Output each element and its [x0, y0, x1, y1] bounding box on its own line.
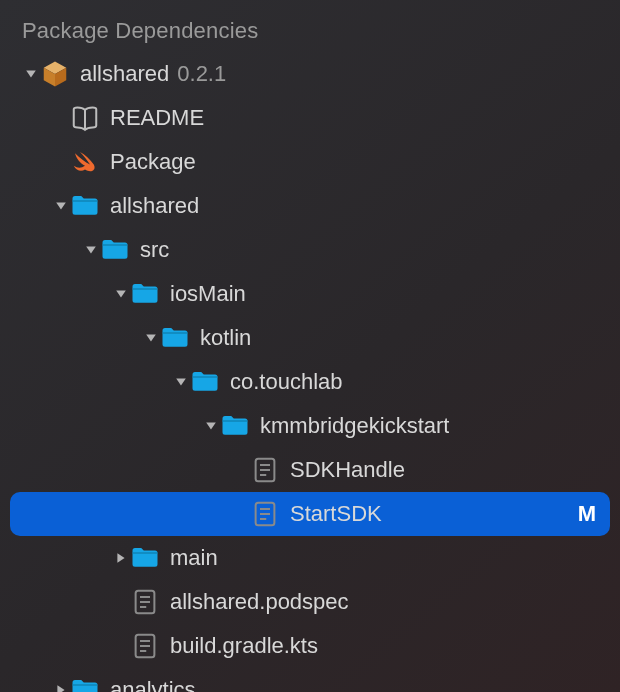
file-icon: [130, 587, 160, 617]
tree-row[interactable]: kotlin: [10, 316, 610, 360]
package-icon: [40, 59, 70, 89]
chevron-down-icon[interactable]: [112, 288, 130, 300]
folder-icon: [70, 675, 100, 692]
tree-row[interactable]: main: [10, 536, 610, 580]
folder-icon: [160, 323, 190, 353]
tree-row-label: analytics: [110, 677, 196, 692]
vcs-status-badge: M: [578, 501, 596, 527]
section-title-label: Package Dependencies: [22, 18, 258, 43]
tree-row[interactable]: allshared.podspec: [10, 580, 610, 624]
swift-icon: [70, 147, 100, 177]
tree-row-label: iosMain: [170, 281, 246, 307]
tree-row-label: SDKHandle: [290, 457, 405, 483]
tree-row[interactable]: analytics: [10, 668, 610, 692]
file-tree: allshared0.2.1 README Package allshared …: [0, 52, 620, 692]
chevron-down-icon[interactable]: [202, 420, 220, 432]
chevron-right-icon[interactable]: [112, 552, 130, 564]
tree-row[interactable]: co.touchlab: [10, 360, 610, 404]
folder-icon: [130, 543, 160, 573]
tree-row-label: kmmbridgekickstart: [260, 413, 449, 439]
folder-icon: [190, 367, 220, 397]
tree-row[interactable]: allshared0.2.1: [10, 52, 610, 96]
chevron-down-icon[interactable]: [52, 200, 70, 212]
folder-icon: [130, 279, 160, 309]
tree-row-label: build.gradle.kts: [170, 633, 318, 659]
tree-row-label: StartSDK: [290, 501, 382, 527]
tree-row[interactable]: kmmbridgekickstart: [10, 404, 610, 448]
tree-row[interactable]: Package: [10, 140, 610, 184]
tree-row[interactable]: allshared: [10, 184, 610, 228]
tree-row[interactable]: StartSDKM: [10, 492, 610, 536]
file-icon: [130, 631, 160, 661]
folder-icon: [100, 235, 130, 265]
file-icon: [250, 455, 280, 485]
tree-row-label: allshared: [80, 61, 169, 87]
package-version: 0.2.1: [177, 61, 226, 87]
chevron-down-icon[interactable]: [82, 244, 100, 256]
tree-row[interactable]: iosMain: [10, 272, 610, 316]
tree-row-label: README: [110, 105, 204, 131]
chevron-down-icon[interactable]: [172, 376, 190, 388]
tree-row[interactable]: SDKHandle: [10, 448, 610, 492]
section-header: Package Dependencies: [0, 0, 620, 52]
tree-row-label: co.touchlab: [230, 369, 343, 395]
tree-row[interactable]: README: [10, 96, 610, 140]
tree-row[interactable]: build.gradle.kts: [10, 624, 610, 668]
tree-row-label: kotlin: [200, 325, 251, 351]
chevron-down-icon[interactable]: [142, 332, 160, 344]
folder-icon: [220, 411, 250, 441]
tree-row-label: Package: [110, 149, 196, 175]
tree-row-label: allshared.podspec: [170, 589, 349, 615]
tree-row[interactable]: src: [10, 228, 610, 272]
folder-icon: [70, 191, 100, 221]
chevron-down-icon[interactable]: [22, 68, 40, 80]
file-icon: [250, 499, 280, 529]
tree-row-label: src: [140, 237, 169, 263]
tree-row-label: allshared: [110, 193, 199, 219]
tree-row-label: main: [170, 545, 218, 571]
readme-icon: [70, 103, 100, 133]
chevron-right-icon[interactable]: [52, 684, 70, 692]
